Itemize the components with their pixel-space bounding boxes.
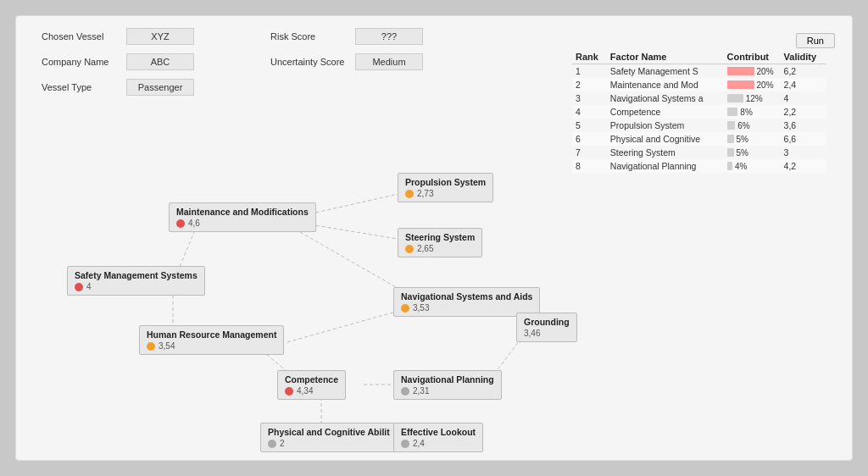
node-human-title: Human Resource Management — [147, 329, 276, 340]
node-competence[interactable]: Competence 4,34 — [277, 370, 346, 400]
table-row: 4Competence8%2,2 — [572, 105, 826, 119]
node-physical[interactable]: Physical and Cognitive Abilit 2 — [260, 423, 398, 452]
network-diagram: Safety Management Systems 4 Maintenance … — [42, 58, 584, 448]
node-steering[interactable]: Steering System 2,65 — [398, 228, 482, 257]
dot-human — [147, 342, 155, 351]
node-maintenance-value: 4,6 — [176, 219, 309, 228]
rank-table-area: Run Rank Factor Name Contribut Validity … — [572, 25, 843, 173]
node-lookout-value: 2,4 — [401, 439, 476, 448]
svg-line-2 — [304, 192, 406, 215]
node-competence-title: Competence — [285, 374, 338, 385]
node-human[interactable]: Human Resource Management 3,54 — [139, 325, 284, 355]
cell-contrib: 12% — [724, 91, 781, 105]
cell-validity: 3 — [781, 146, 826, 159]
node-competence-value: 4,34 — [285, 386, 338, 396]
dot-lookout — [401, 440, 409, 448]
cell-factor-name: Steering System — [607, 146, 724, 159]
table-row: 1Safety Management S20%6,2 — [572, 64, 826, 79]
cell-validity: 4 — [781, 91, 826, 105]
table-row: 3Navigational Systems a12%4 — [572, 91, 826, 105]
svg-line-4 — [300, 232, 408, 294]
vessel-row: Chosen Vessel XYZ — [42, 28, 194, 45]
cell-factor-name: Competence — [607, 105, 724, 119]
cell-validity: 3,6 — [781, 119, 826, 132]
node-grounding-value: 3,46 — [524, 329, 570, 338]
vessel-value: XYZ — [126, 28, 194, 45]
vessel-label: Chosen Vessel — [42, 31, 118, 42]
run-button[interactable]: Run — [796, 33, 835, 48]
dot-maintenance — [176, 219, 185, 228]
node-maintenance-title: Maintenance and Modifications — [176, 207, 309, 217]
dot-propulsion — [405, 190, 414, 198]
cell-factor-name: Maintenance and Mod — [607, 78, 724, 91]
node-navigational-value: 3,53 — [401, 303, 532, 313]
risk-row: Risk Score ??? — [270, 28, 423, 45]
cell-validity: 2,2 — [781, 105, 826, 119]
cell-factor-name: Navigational Systems a — [607, 91, 724, 105]
node-nav-planning[interactable]: Navigational Planning 2,31 — [393, 370, 502, 400]
node-maintenance[interactable]: Maintenance and Modifications 4,6 — [169, 202, 316, 232]
main-container: Chosen Vessel XYZ Company Name ABC Vesse… — [15, 15, 853, 461]
cell-contrib: 20% — [724, 64, 781, 79]
table-row: 7Steering System5%3 — [572, 146, 826, 159]
svg-line-3 — [304, 224, 408, 241]
risk-label: Risk Score — [270, 31, 347, 42]
risk-value: ??? — [355, 28, 423, 45]
cell-factor-name: Safety Management S — [607, 64, 724, 79]
cell-contrib: 20% — [724, 78, 781, 91]
node-steering-title: Steering System — [405, 232, 475, 242]
cell-validity: 6,6 — [781, 132, 826, 146]
node-steering-value: 2,65 — [405, 244, 475, 253]
node-nav-planning-value: 2,31 — [401, 386, 494, 396]
node-safety-title: Safety Management Systems — [75, 270, 198, 280]
dot-safety — [75, 283, 83, 291]
node-nav-planning-title: Navigational Planning — [401, 374, 494, 385]
node-propulsion[interactable]: Propulsion System 2,73 — [398, 173, 493, 202]
cell-validity: 6,2 — [781, 64, 826, 79]
node-physical-title: Physical and Cognitive Abilit — [268, 427, 390, 437]
node-navigational-title: Navigational Systems and Aids — [401, 291, 532, 302]
rank-table: Rank Factor Name Contribut Validity 1Saf… — [572, 50, 826, 173]
node-propulsion-value: 2,73 — [405, 189, 486, 198]
node-lookout[interactable]: Effective Lookout 2,4 — [393, 423, 483, 452]
svg-line-5 — [287, 308, 408, 342]
cell-contrib: 8% — [724, 105, 781, 119]
dot-nav-planning — [401, 387, 409, 396]
cell-factor-name: Propulsion System — [607, 119, 724, 132]
node-safety[interactable]: Safety Management Systems 4 — [67, 266, 205, 296]
dot-physical — [268, 440, 276, 448]
table-row: 8Navigational Planning4%4,2 — [572, 159, 826, 173]
cell-contrib: 5% — [724, 132, 781, 146]
node-human-value: 3,54 — [147, 341, 276, 351]
table-row: 5Propulsion System6%3,6 — [572, 119, 826, 132]
node-grounding[interactable]: Grounding 3,46 — [516, 313, 577, 342]
node-physical-value: 2 — [268, 439, 390, 448]
col-validity: Validity — [781, 50, 826, 64]
table-row: 2Maintenance and Mod20%2,4 — [572, 78, 826, 91]
cell-contrib: 6% — [724, 119, 781, 132]
cell-contrib: 5% — [724, 146, 781, 159]
col-factor: Factor Name — [607, 50, 724, 64]
node-safety-value: 4 — [75, 282, 198, 291]
node-lookout-title: Effective Lookout — [401, 427, 476, 437]
cell-factor-name: Physical and Cognitive — [607, 132, 724, 146]
col-contrib: Contribut — [724, 50, 781, 64]
dot-competence — [285, 387, 293, 396]
node-grounding-title: Grounding — [524, 317, 570, 327]
cell-validity: 2,4 — [781, 78, 826, 91]
table-row: 6Physical and Cognitive5%6,6 — [572, 132, 826, 146]
dot-navigational — [401, 304, 409, 313]
dot-steering — [405, 245, 414, 253]
cell-validity: 4,2 — [781, 159, 826, 173]
cell-factor-name: Navigational Planning — [607, 159, 724, 173]
node-propulsion-title: Propulsion System — [405, 177, 486, 187]
cell-contrib: 4% — [724, 159, 781, 173]
